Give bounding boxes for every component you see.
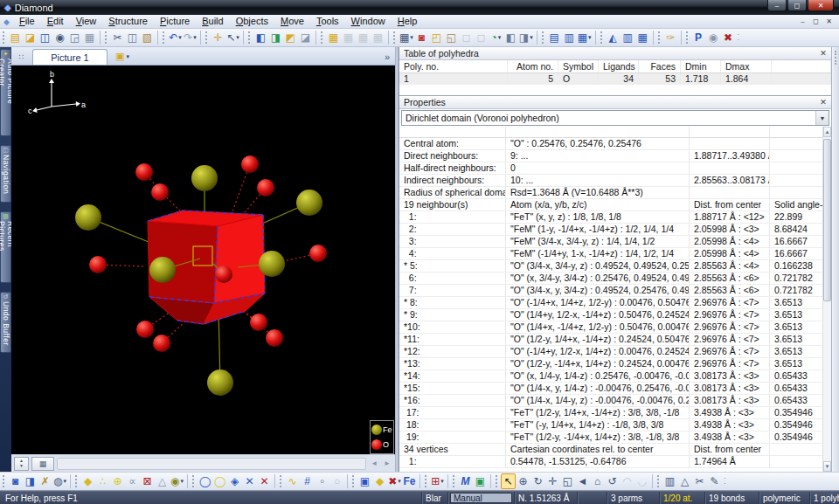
scrollbar-thumb[interactable] bbox=[823, 139, 831, 301]
redo-button[interactable]: ↷▾ bbox=[183, 30, 198, 45]
cut-button[interactable]: ✂ bbox=[110, 30, 125, 45]
pack-range-button[interactable]: ⊞▾ bbox=[430, 473, 445, 489]
delete-bonds-red-button[interactable]: ✕ bbox=[257, 473, 272, 489]
column-header-dmin[interactable]: Dmin bbox=[681, 60, 721, 72]
view-data-button[interactable]: ▥ bbox=[562, 30, 577, 45]
tab-picture-1[interactable]: Picture 1 bbox=[32, 49, 107, 65]
properties-mode-dropdown[interactable]: Dirichlet domain (Voronoi polyhedron) ▼ bbox=[401, 110, 829, 126]
sidebar-tab-recent-pictures[interactable]: ▨Recent Pictures bbox=[0, 211, 11, 283]
menu-tools[interactable]: Tools bbox=[310, 15, 345, 28]
structure-canvas[interactable]: bac FeO bbox=[11, 66, 395, 454]
new-picture-tab-button[interactable]: ▣ ▾ bbox=[114, 49, 131, 64]
picture-window-white-button[interactable]: ◪ bbox=[298, 30, 313, 45]
quick-build-button[interactable]: ✗ bbox=[38, 473, 52, 489]
view-structure-button[interactable]: ▤ bbox=[547, 30, 562, 45]
picture-window-blue-button[interactable]: ◧ bbox=[253, 30, 268, 45]
atom-label-button[interactable]: Fe bbox=[402, 473, 417, 489]
keyboard-icon[interactable]: ▦ bbox=[31, 457, 54, 471]
locked-1-button[interactable]: ◻ bbox=[459, 30, 474, 45]
polyhedra-table-row[interactable]: 15O34531.7181.864 bbox=[399, 73, 831, 85]
properties-row[interactable]: * 9:"O" (1/4+y, 1/2-x, -1/4+z) : 0.50476… bbox=[399, 309, 822, 321]
properties-row[interactable]: 34 verticesCartesian coordinates rel. to… bbox=[399, 444, 822, 456]
properties-row[interactable]: * 5:"O" (3/4-x, 3/4-y, z) : 0.49524, 0.4… bbox=[399, 260, 822, 273]
maximize-button[interactable]: ◻ bbox=[787, 0, 807, 11]
properties-row[interactable]: 1:"FeT" (x, y, z) : 1/8, 1/8, 1/81.88717… bbox=[399, 211, 822, 224]
atom-design-button[interactable]: ◉▾ bbox=[170, 473, 184, 489]
menu-help[interactable]: Help bbox=[392, 15, 424, 28]
snapshot-button[interactable]: ◉ bbox=[706, 30, 721, 45]
properties-row[interactable]: 17:"FeT" (1/2-y, 1/4+x, -1/4+z) : 3/8, 3… bbox=[399, 407, 822, 419]
properties-row[interactable]: 19 neighbour(s)Atom (x/a, y/b, z/c)Dist.… bbox=[399, 199, 822, 211]
properties-row[interactable]: 3:"FeM" (3/4-x, 3/4-y, z) : 1/4, 1/4, 1/… bbox=[399, 236, 822, 248]
select-pointer-button[interactable]: ↖▾ bbox=[225, 30, 240, 45]
properties-row[interactable]: Central atom:"O" : 0.25476, 0.25476, 0.2… bbox=[399, 138, 822, 150]
properties-row[interactable]: * 8:"O" (-1/4+x, 1/4+z, 1/2-y) : 0.00476… bbox=[399, 297, 822, 309]
destroy-button[interactable]: ✖▾ bbox=[387, 473, 402, 489]
menu-picture[interactable]: Picture bbox=[154, 15, 196, 28]
scroll-down-icon[interactable]: ▼ bbox=[823, 461, 831, 472]
column-header-atomno[interactable]: Atom no. bbox=[508, 60, 558, 72]
properties-row[interactable]: 7:"O" (3/4-x, y, 3/4-z) : 0.49524, 0.254… bbox=[399, 285, 822, 297]
properties-row[interactable]: 1:0.54478, -1.53125, -0.647861.74964 Å bbox=[399, 456, 822, 468]
pointer-mode-button[interactable]: ↖ bbox=[501, 473, 516, 489]
mdi-restore-button[interactable]: ◻ bbox=[809, 17, 822, 25]
measure-angle-button[interactable]: △ bbox=[677, 473, 692, 489]
pan-button[interactable]: ✛ bbox=[211, 30, 225, 45]
mdi-minimize-button[interactable]: – bbox=[796, 17, 809, 25]
sidebar-tab-navigation[interactable]: ◫Navigation bbox=[0, 145, 11, 203]
unit-cell-button[interactable]: ▣ bbox=[357, 473, 372, 489]
properties-row[interactable]: *16:"O" (1/4-x, 1/4-y, z) : -0.00476, -0… bbox=[399, 395, 822, 407]
properties-row[interactable]: *11:"O" (1/2-y, 1/4+x, -1/4+z) : 0.24524… bbox=[399, 334, 822, 346]
status-mode-field[interactable]: Manual bbox=[450, 493, 512, 503]
gray-ring-button[interactable]: ○ bbox=[329, 473, 344, 489]
scroll-up-icon[interactable]: ▲ bbox=[823, 127, 831, 137]
properties-row[interactable]: Radius of spherical domain:Rsd=1.3648 Å … bbox=[399, 187, 822, 199]
polygon-blue-button[interactable]: ◯ bbox=[198, 473, 212, 489]
translate-view-button[interactable]: ✛ bbox=[545, 473, 560, 489]
column-header-polyno[interactable]: Poly. no. bbox=[399, 60, 508, 72]
sidebar-tab-auto-picture-creator[interactable]: ✦Auto Picture Creator bbox=[0, 49, 11, 136]
draw-bond-button[interactable]: ∿ bbox=[285, 473, 300, 489]
locked-2-button[interactable]: ◻ bbox=[474, 30, 489, 45]
picture-window-green-button[interactable]: ◨ bbox=[268, 30, 283, 45]
mdi-close-button[interactable]: ✕ bbox=[822, 17, 836, 25]
coordination-button[interactable]: ⊠ bbox=[140, 473, 155, 489]
window-tile-button[interactable]: ◨▾ bbox=[518, 30, 534, 45]
render-button[interactable]: ▣ bbox=[473, 473, 488, 489]
sidebar-tab-undo-buffer[interactable]: ↺Undo Buffer bbox=[0, 292, 11, 353]
data-sheet-button[interactable]: ▦▾ bbox=[399, 30, 414, 45]
viewport-button[interactable]: ◍▾ bbox=[52, 473, 67, 489]
formula-m-button[interactable]: M bbox=[458, 473, 473, 489]
frame-picture-button[interactable]: ◱ bbox=[444, 30, 459, 45]
more-tabs-chevron[interactable]: » bbox=[385, 52, 393, 65]
undo-button[interactable]: ↶▾ bbox=[168, 30, 183, 45]
menu-build[interactable]: Build bbox=[196, 15, 229, 28]
color-picture-button[interactable]: ◙ bbox=[414, 30, 429, 45]
anim-b-button[interactable]: ◡ bbox=[634, 473, 649, 489]
properties-row[interactable]: *12:"O" (-1/4+y, 1/2-x, 1/4+z) : 0.00476… bbox=[399, 346, 822, 358]
spin-view-button[interactable]: ↺ bbox=[605, 473, 620, 489]
picture-comment-button[interactable]: ◨ bbox=[23, 473, 38, 489]
polyhedra-close-icon[interactable]: ✕ bbox=[816, 49, 830, 58]
window-cascade-button[interactable]: ◧ bbox=[503, 30, 518, 45]
properties-row[interactable]: 19:"FeT" (1/2-y, -1/4+x, 1/4+z) : 3/8, -… bbox=[399, 432, 822, 444]
properties-row[interactable]: *15:"O" (1/4-x, y, 1/4-z) : -0.00476, 0.… bbox=[399, 383, 822, 395]
properties-toggle-button[interactable]: P bbox=[691, 30, 706, 45]
measure-distance-button[interactable]: ▥ bbox=[662, 473, 677, 489]
rotate-view-button[interactable]: ↻ bbox=[530, 473, 545, 489]
cluster-button[interactable]: △ bbox=[155, 473, 170, 489]
properties-row[interactable]: Direct neighbours:9: ...1.88717..3.49380… bbox=[399, 150, 822, 162]
properties-scrollbar[interactable]: ▲ ▼ bbox=[822, 127, 831, 472]
polygon-yellow-button[interactable]: ◯ bbox=[212, 473, 227, 489]
customize-button[interactable]: ✖ bbox=[721, 30, 736, 45]
delete-bonds-blue-button[interactable]: ✕ bbox=[242, 473, 257, 489]
table-disabled-1-button[interactable]: ▦ bbox=[341, 30, 356, 45]
scroll-track[interactable] bbox=[57, 458, 366, 470]
menu-window[interactable]: Window bbox=[345, 15, 392, 28]
column-header-symbol[interactable]: Symbol bbox=[558, 60, 599, 72]
find-button[interactable]: ◉ bbox=[52, 30, 67, 45]
properties-row[interactable]: *14:"O" (x, 1/4-y, 1/4-z) : 0.25476, -0.… bbox=[399, 370, 822, 383]
small-ring-button[interactable]: ∘ bbox=[315, 473, 329, 489]
diagram-table-button[interactable]: ▦ bbox=[635, 30, 650, 45]
open-folder-button[interactable]: ◪ bbox=[23, 30, 38, 45]
